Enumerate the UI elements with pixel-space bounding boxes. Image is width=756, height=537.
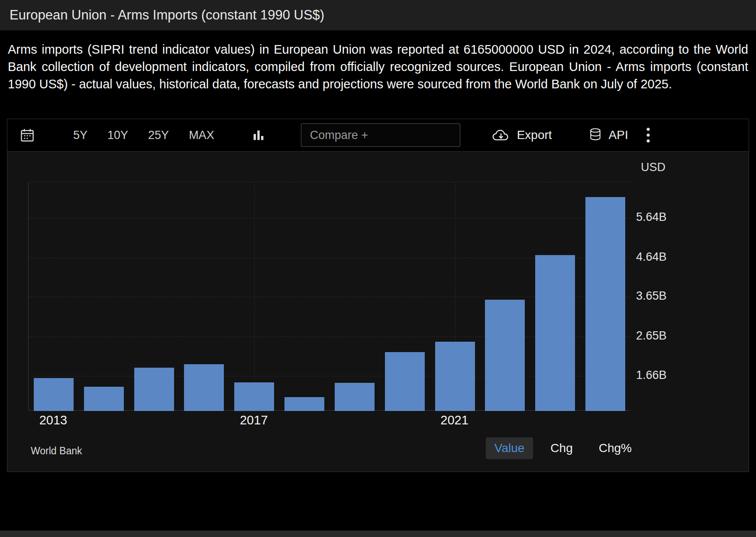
source-label: World Bank [31, 445, 82, 457]
bar-2018[interactable] [284, 397, 324, 411]
chart-panel: 5Y 10Y 25Y MAX Export [7, 119, 749, 472]
bar-2017[interactable] [234, 382, 274, 411]
bar-2021[interactable] [435, 342, 475, 411]
gridline-horizontal [29, 218, 630, 218]
gridline-vertical [254, 182, 255, 410]
mode-selector: Value Chg Chg% [486, 437, 640, 459]
y-axis-unit-label: USD [641, 161, 666, 174]
range-button-25y[interactable]: 25Y [142, 126, 175, 145]
range-button-max[interactable]: MAX [183, 126, 220, 145]
chart-section: USD World Bank Value Chg Chg% 1.66B2.65B… [7, 151, 749, 472]
y-axis-tick-label: 3.65B [636, 289, 667, 303]
bar-2013[interactable] [34, 378, 74, 411]
mode-button-chg[interactable]: Chg [542, 437, 581, 459]
page-title: European Union - Arms Imports (constant … [10, 7, 324, 23]
bar-2014[interactable] [84, 387, 124, 411]
y-axis-tick-label: 5.64B [636, 210, 667, 224]
calendar-icon [19, 127, 35, 143]
cloud-download-icon [491, 128, 510, 142]
description-text: Arms imports (SIPRI trend indicator valu… [0, 30, 756, 119]
export-label: Export [517, 128, 552, 142]
bar-2023[interactable] [535, 255, 575, 411]
range-button-5y[interactable]: 5Y [67, 126, 94, 145]
chart-toolbar: 5Y 10Y 25Y MAX Export [7, 119, 749, 151]
bar-2015[interactable] [134, 368, 174, 411]
y-axis-tick-label: 2.65B [636, 329, 667, 343]
bar-2022[interactable] [485, 300, 525, 411]
page-header: European Union - Arms Imports (constant … [0, 0, 756, 30]
bar-2016[interactable] [184, 364, 224, 411]
footer-strip [0, 531, 756, 537]
bar-2019[interactable] [335, 383, 375, 411]
y-axis-tick-label: 4.64B [636, 250, 667, 264]
bar-chart-icon [252, 128, 265, 142]
compare-input[interactable] [301, 123, 460, 147]
calendar-button[interactable] [19, 127, 35, 143]
mode-button-chg-pct[interactable]: Chg% [590, 437, 640, 459]
export-button[interactable]: Export [491, 128, 552, 142]
range-selector: 5Y 10Y 25Y MAX [59, 126, 220, 145]
api-button[interactable]: API [588, 127, 628, 143]
mode-button-value[interactable]: Value [486, 437, 533, 459]
bar-2020[interactable] [385, 352, 425, 411]
x-axis-tick-label: 2013 [39, 413, 68, 427]
bar-2024[interactable] [585, 197, 625, 411]
y-axis-tick-label: 1.66B [636, 369, 667, 382]
plot-area [28, 182, 630, 411]
database-icon [588, 127, 602, 143]
x-axis-tick-label: 2021 [440, 413, 468, 427]
kebab-menu-icon [646, 127, 651, 143]
more-options-button[interactable] [646, 127, 651, 143]
api-label: API [609, 128, 628, 142]
chart-type-button[interactable] [252, 128, 265, 142]
x-axis-tick-label: 2017 [240, 413, 268, 427]
range-button-10y[interactable]: 10Y [101, 126, 134, 145]
